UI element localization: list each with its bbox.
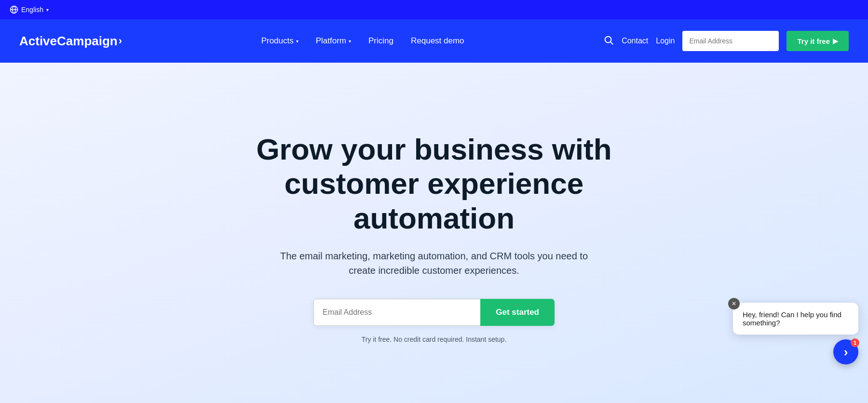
language-chevron: ▾	[46, 7, 49, 13]
nav-item-products[interactable]: Products ▾	[261, 36, 298, 46]
language-selector[interactable]: English ▾	[10, 5, 49, 14]
language-label: English	[21, 6, 43, 13]
navbar: ActiveCampaign › Products ▾ Platform ▾ P…	[0, 19, 868, 63]
nav-try-free-button[interactable]: Try it free ▶	[787, 31, 849, 51]
search-icon[interactable]	[603, 35, 614, 48]
svg-line-4	[610, 42, 613, 44]
products-chevron: ▾	[296, 39, 298, 44]
nav-item-platform[interactable]: Platform ▾	[316, 36, 351, 46]
chat-bubble: ✕ Hey, friend! Can I help you find somet…	[733, 303, 858, 335]
chat-badge: 1	[851, 338, 859, 347]
hero-email-input[interactable]	[313, 299, 480, 326]
chat-widget: ✕ Hey, friend! Can I help you find somet…	[733, 303, 858, 364]
try-btn-arrow: ▶	[833, 37, 838, 45]
chat-action-button[interactable]: › 1	[833, 339, 858, 364]
hero-form: Get started	[313, 299, 555, 326]
chat-action-icon: ›	[844, 345, 848, 360]
nav-item-pricing[interactable]: Pricing	[368, 36, 393, 46]
logo[interactable]: ActiveCampaign ›	[19, 34, 122, 49]
chat-message: Hey, friend! Can I help you find somethi…	[743, 310, 841, 327]
nav-right: Contact Login Try it free ▶	[603, 31, 849, 51]
logo-arrow: ›	[119, 35, 122, 47]
hero-title: Grow your business with customer experie…	[217, 132, 651, 235]
nav-links: Products ▾ Platform ▾ Pricing Request de…	[261, 36, 464, 46]
login-link[interactable]: Login	[656, 37, 675, 45]
hero-subtitle: The email marketing, marketing automatio…	[275, 249, 593, 278]
top-bar: English ▾	[0, 0, 868, 19]
contact-link[interactable]: Contact	[622, 37, 648, 45]
globe-icon	[10, 5, 18, 14]
svg-point-3	[605, 36, 611, 42]
chat-close-button[interactable]: ✕	[728, 298, 740, 309]
hero-fine-print: Try it free. No credit card required. In…	[362, 336, 507, 343]
nav-email-input[interactable]	[682, 31, 779, 51]
nav-item-request-demo[interactable]: Request demo	[411, 36, 464, 46]
hero-get-started-button[interactable]: Get started	[480, 299, 555, 326]
platform-chevron: ▾	[349, 39, 351, 44]
